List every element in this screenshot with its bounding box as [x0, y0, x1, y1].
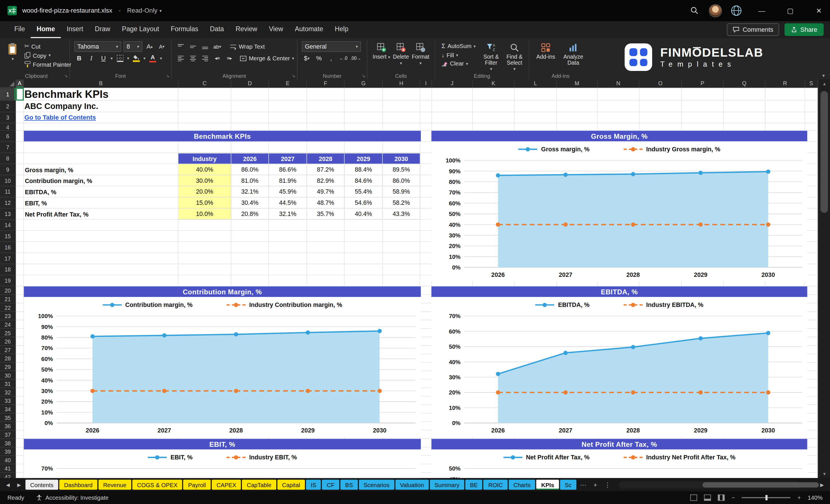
- format-painter-button[interactable]: Format Painter: [22, 60, 73, 68]
- accounting-format-button[interactable]: $▾: [302, 53, 312, 63]
- clipboard-dialog-launcher[interactable]: ↘: [64, 73, 67, 78]
- sheet-tab-bs[interactable]: BS: [340, 480, 357, 490]
- row-header-29[interactable]: 29: [0, 363, 15, 371]
- sheet-tab-dashboard[interactable]: Dashboard: [59, 480, 97, 490]
- row-header-15[interactable]: 15: [0, 231, 15, 242]
- share-button[interactable]: Share: [785, 23, 824, 36]
- sheet-tab-cf[interactable]: CF: [322, 480, 339, 490]
- table-cell-value[interactable]: 55.4%: [345, 186, 383, 197]
- paste-button[interactable]: ▾: [7, 41, 18, 68]
- row-header-8[interactable]: 8: [0, 153, 15, 164]
- column-header-n[interactable]: N: [598, 80, 640, 88]
- sheet-tab-sc[interactable]: Sc: [560, 480, 576, 490]
- column-header-e[interactable]: E: [269, 80, 307, 88]
- zoom-slider[interactable]: [742, 497, 791, 498]
- collapse-ribbon-button[interactable]: ▾: [822, 73, 825, 78]
- menu-tab-home[interactable]: Home: [31, 21, 61, 38]
- row-header-1[interactable]: 1: [0, 88, 15, 100]
- sheet-tab-charts[interactable]: Charts: [509, 480, 535, 490]
- table-cell-value[interactable]: 40.4%: [345, 209, 383, 220]
- column-header-o[interactable]: O: [640, 80, 682, 88]
- tab-scroll-right-arrow[interactable]: ▶: [14, 482, 24, 487]
- sheet-tab-valuation[interactable]: Valuation: [395, 480, 429, 490]
- table-cell-value[interactable]: 86.0%: [231, 164, 269, 175]
- row-header-37[interactable]: 37: [0, 431, 15, 439]
- menu-tab-review[interactable]: Review: [230, 21, 263, 38]
- font-color-button[interactable]: A: [148, 53, 158, 63]
- table-cell-value[interactable]: 32.1%: [231, 186, 269, 197]
- increase-font-size-button[interactable]: A▴: [145, 41, 154, 52]
- row-header-3[interactable]: 3: [0, 112, 15, 123]
- sheet-tab-cogs-opex[interactable]: COGS & OPEX: [132, 480, 183, 490]
- column-header-g[interactable]: G: [345, 80, 383, 88]
- row-header-42[interactable]: 42: [0, 473, 15, 478]
- row-header-12[interactable]: 12: [0, 197, 15, 209]
- table-cell-value[interactable]: 54.6%: [345, 197, 383, 209]
- table-of-contents-link[interactable]: Go to Table of Contents: [24, 114, 96, 121]
- table-header-2029[interactable]: 2029: [345, 153, 383, 164]
- zoom-slider-thumb[interactable]: [765, 495, 767, 500]
- column-header-c[interactable]: C: [179, 80, 231, 88]
- comma-style-button[interactable]: ,: [326, 53, 336, 63]
- menu-tab-help[interactable]: Help: [329, 21, 354, 38]
- minimize-button[interactable]: —: [751, 0, 773, 21]
- decrease-indent-button[interactable]: ◂≡: [212, 53, 222, 63]
- align-left-button[interactable]: [175, 53, 186, 63]
- insert-cells-button[interactable]: Insert ▾: [372, 41, 391, 66]
- analyze-data-button[interactable]: Analyze Data: [560, 41, 586, 66]
- row-header-2[interactable]: 2: [0, 101, 15, 113]
- vertical-scrollbar[interactable]: ▲ ▼: [818, 80, 830, 478]
- row-header-25[interactable]: 25: [0, 329, 15, 337]
- table-row-label[interactable]: Net Profit After Tax, %: [24, 209, 175, 220]
- chart-plot-area[interactable]: 0%10%20%30%40%50%60%70%20262027202820292…: [24, 465, 421, 478]
- tab-scroll-left-arrow[interactable]: ◀: [3, 482, 12, 487]
- format-cells-button[interactable]: Format ▾: [411, 41, 430, 66]
- table-cell-value[interactable]: 88.4%: [345, 164, 383, 175]
- alignment-dialog-launcher[interactable]: ↘: [292, 73, 295, 78]
- table-cell-value[interactable]: 82.9%: [307, 175, 344, 187]
- font-size-dropdown[interactable]: 8▾: [123, 41, 142, 52]
- column-header-q[interactable]: Q: [724, 80, 765, 88]
- chart-plot-area[interactable]: 0%10%20%30%40%50%60%70%80%90%100%2026202…: [431, 157, 807, 281]
- row-header-31[interactable]: 31: [0, 380, 15, 388]
- column-header-m[interactable]: M: [557, 80, 598, 88]
- more-sheets-button[interactable]: ⋯: [578, 481, 588, 488]
- row-header-6[interactable]: 6: [0, 131, 15, 142]
- sheet-tab-summary[interactable]: Summary: [429, 480, 464, 490]
- table-cell-industry[interactable]: 10.0%: [179, 209, 231, 220]
- borders-button[interactable]: [115, 53, 125, 63]
- page-layout-view-button[interactable]: [704, 495, 711, 501]
- table-cell-value[interactable]: 20.8%: [231, 209, 269, 220]
- column-header-d[interactable]: D: [231, 80, 269, 88]
- row-header-39[interactable]: 39: [0, 447, 15, 456]
- delete-cells-button[interactable]: Delete ▾: [391, 41, 411, 66]
- table-row-label[interactable]: Gross margin, %: [24, 164, 175, 175]
- row-header-28[interactable]: 28: [0, 354, 15, 363]
- sheet-tab-contents[interactable]: Contents: [26, 480, 58, 490]
- find-select-button[interactable]: Find & Select ▾: [505, 41, 525, 72]
- table-cell-value[interactable]: 44.5%: [269, 197, 307, 209]
- chart-ebitda[interactable]: EBITDA, %EBITDA, %Industry EBITDA, %0%10…: [431, 286, 807, 437]
- row-header-23[interactable]: 23: [0, 312, 15, 320]
- column-header-i[interactable]: I: [420, 80, 432, 88]
- row-header-9[interactable]: 9: [0, 164, 15, 175]
- horizontal-scroll-thumb[interactable]: [702, 482, 819, 487]
- table-cell-industry[interactable]: 30.0%: [179, 175, 231, 187]
- read-only-menu[interactable]: Read-Only ▾: [127, 7, 162, 14]
- align-bottom-button[interactable]: [200, 41, 210, 52]
- table-header-2026[interactable]: 2026: [231, 153, 269, 164]
- row-header-34[interactable]: 34: [0, 405, 15, 414]
- normal-view-button[interactable]: [690, 495, 697, 501]
- copy-button[interactable]: Copy ▾: [22, 52, 73, 60]
- clear-button[interactable]: Clear▾: [439, 60, 478, 67]
- table-header-2028[interactable]: 2028: [307, 153, 344, 164]
- font-dialog-launcher[interactable]: ↘: [166, 73, 169, 78]
- page-break-view-button[interactable]: [718, 495, 725, 501]
- horizontal-scrollbar[interactable]: [619, 481, 800, 488]
- column-header-k[interactable]: K: [473, 80, 514, 88]
- table-cell-value[interactable]: 81.9%: [269, 175, 307, 187]
- sheet-tab-captable[interactable]: CapTable: [242, 480, 276, 490]
- row-header-10[interactable]: 10: [0, 175, 15, 187]
- column-header-p[interactable]: P: [682, 80, 724, 88]
- sheet-tab-revenue[interactable]: Revenue: [98, 480, 131, 490]
